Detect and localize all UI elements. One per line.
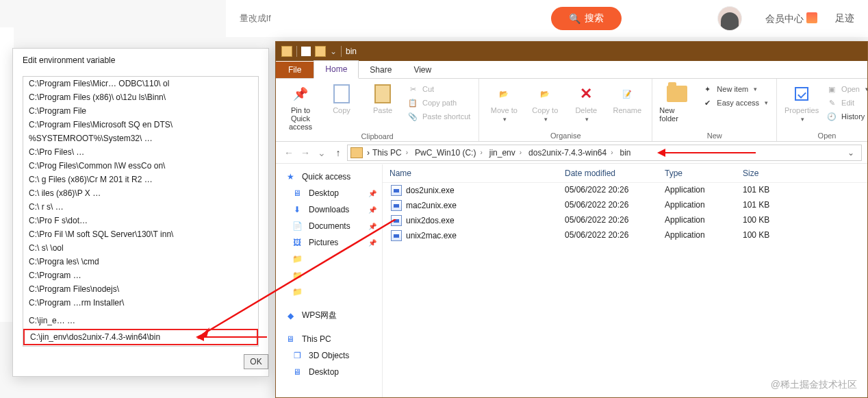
folder-icon	[350, 147, 363, 158]
nav-back-button[interactable]: ←	[281, 145, 296, 160]
nav-recent-button[interactable]: ⌄	[314, 145, 329, 160]
crumb-drive[interactable]: PwC_Win10 (C:)›	[413, 148, 487, 158]
pin-icon: 📌	[368, 190, 376, 197]
col-size[interactable]: Size	[739, 169, 793, 178]
explorer-sidebar: ★Quick access 🖥Desktop📌 ⬇Downloads📌 📄Doc…	[276, 164, 383, 397]
sidebar-desktop[interactable]: 🖥Desktop📌	[276, 185, 382, 201]
sidebar-folder[interactable]: 📁	[276, 251, 382, 267]
copypath-button[interactable]: 📋Copy path	[406, 97, 472, 109]
newfolder-button[interactable]: New folder	[659, 83, 695, 123]
env-list[interactable]: C:\Program Files\Micr… ODBC\110\ ol C:\P…	[23, 76, 259, 347]
col-name[interactable]: Name	[385, 169, 561, 178]
checkbox-icon[interactable]	[301, 47, 311, 56]
rename-button[interactable]: 📝Rename	[609, 83, 645, 114]
history-icon: 🕘	[826, 111, 837, 122]
crumb-dos2unix[interactable]: dos2unix-7.4.3-win64›	[527, 148, 617, 158]
properties-button[interactable]: Properties▾	[784, 83, 819, 123]
env-entry[interactable]: C:\Prog Files\Common l\W essCo on\	[23, 159, 258, 173]
newfolder-icon	[666, 83, 688, 105]
search-label: 搜索	[585, 12, 604, 25]
env-entry[interactable]: %SYSTEMROOT%\System32\ …	[23, 132, 258, 145]
edit-button[interactable]: ✎Edit	[825, 97, 868, 109]
pin-quickaccess-button[interactable]: 📌 Pin to Quick access	[283, 83, 318, 131]
crumb-bin[interactable]: bin	[619, 148, 633, 158]
file-row[interactable]: unix2mac.exe 05/06/2022 20:26 Applicatio…	[383, 228, 867, 243]
crumb-thispc[interactable]: This PC›	[371, 148, 412, 158]
titlebar-dropdown-icon[interactable]: ⌄	[330, 47, 337, 56]
env-entry[interactable]: C:\Program File	[23, 104, 258, 118]
sidebar-quickaccess[interactable]: ★Quick access	[276, 169, 382, 185]
copyto-button[interactable]: 📂Copy to▾	[527, 83, 563, 123]
env-entry[interactable]: C:\Program …rm Installer\	[23, 296, 258, 310]
sidebar-wps[interactable]: ◆WPS网盘	[276, 307, 382, 324]
sidebar-3dobjects[interactable]: ❒3D Objects	[276, 347, 382, 364]
newitem-button[interactable]: ✦New item▾	[700, 83, 769, 95]
topnav-links: 会员中心 足迹	[765, 12, 854, 25]
moveto-button[interactable]: 📂Move to▾	[486, 83, 522, 123]
env-entry[interactable]: C:\ s\ \ool	[23, 241, 258, 255]
gift-icon	[806, 12, 817, 23]
sidebar-folder[interactable]: 📁	[276, 267, 382, 284]
folder-icon	[281, 46, 292, 57]
env-entry[interactable]: C:\Program Files (x86)\ o\12u ls\Binn\	[23, 90, 258, 104]
history-button[interactable]: 🕘History	[825, 110, 868, 123]
copy-button[interactable]: Copy	[324, 83, 359, 114]
explorer-titlebar[interactable]: ⌄ bin	[276, 42, 867, 61]
env-entry[interactable]: C:\Progra les\ \cmd	[23, 255, 258, 269]
paste-button[interactable]: Paste	[365, 83, 400, 114]
col-date[interactable]: Date modified	[561, 169, 661, 178]
copypath-icon: 📋	[407, 97, 418, 108]
env-entry[interactable]: C:\Program Files\Microsoft SQ en DTS\	[23, 118, 258, 132]
easyaccess-button[interactable]: ✔Easy access▾	[700, 97, 769, 109]
file-row[interactable]: unix2dos.exe 05/06/2022 20:26 Applicatio…	[383, 213, 867, 228]
group-label: Organise	[486, 130, 645, 140]
env-entry-highlighted[interactable]: C:\jin_env\dos2unix-7.4.3-win64\bin	[23, 329, 258, 345]
breadcrumb-expand-icon[interactable]: ⌄	[843, 148, 858, 158]
group-label: Open	[784, 130, 868, 140]
file-row[interactable]: mac2unix.exe 05/06/2022 20:26 Applicatio…	[383, 198, 867, 213]
trace-link[interactable]: 足迹	[835, 12, 854, 25]
avatar[interactable]	[717, 6, 742, 31]
tab-view[interactable]: View	[403, 62, 442, 78]
sidebar-documents[interactable]: 📄Documents📌	[276, 218, 382, 234]
folder-icon	[315, 46, 326, 57]
file-pane[interactable]: Name Date modified Type Size dos2unix.ex…	[383, 164, 867, 397]
file-row[interactable]: dos2unix.exe 05/06/2022 20:26 Applicatio…	[383, 183, 867, 198]
env-entry[interactable]: C:\ r s\ …	[23, 200, 258, 214]
sidebar-thispc[interactable]: 🖥This PC	[276, 331, 382, 347]
sidebar-downloads[interactable]: ⬇Downloads📌	[276, 201, 382, 218]
open-icon: ▣	[826, 84, 837, 95]
open-button[interactable]: ▣Open▾	[825, 83, 868, 95]
sidebar-folder[interactable]: 📁	[276, 284, 382, 300]
pasteshortcut-button[interactable]: 📎Paste shortcut	[406, 110, 472, 123]
env-entry[interactable]: C:\Pro Files\ …	[23, 145, 258, 159]
cut-button[interactable]: ✂Cut	[406, 83, 472, 95]
env-entry[interactable]: C:\ iles (x86)\P X …	[23, 186, 258, 200]
delete-button[interactable]: ✕Delete▾	[568, 83, 604, 123]
tab-home[interactable]: Home	[314, 60, 359, 79]
search-button[interactable]: 🔍 搜索	[551, 7, 622, 30]
chevron-right-icon[interactable]: ›	[367, 148, 370, 158]
env-entry[interactable]: C:\jin_e… …	[23, 314, 258, 327]
sidebar-pictures[interactable]: 🖼Pictures📌	[276, 234, 382, 251]
env-entry[interactable]: C:\Program Files\nodejs\	[23, 282, 258, 296]
nav-up-button[interactable]: ↑	[331, 145, 346, 160]
tab-file[interactable]: File	[276, 62, 314, 78]
env-entry[interactable]: C:\Pro Fil \M soft SQL Server\130\T inn\	[23, 227, 258, 241]
breadcrumb[interactable]: › This PC› PwC_Win10 (C:)› jin_env› dos2…	[347, 145, 862, 161]
column-headers[interactable]: Name Date modified Type Size	[383, 164, 867, 183]
env-entry[interactable]: C:\Program …	[23, 269, 258, 282]
tab-share[interactable]: Share	[359, 62, 403, 78]
env-entry[interactable]: C:\ g Files (x86)\Cr M 201 it R2 …	[23, 173, 258, 186]
moveto-icon: 📂	[493, 83, 515, 105]
col-type[interactable]: Type	[661, 169, 739, 178]
env-entry[interactable]: C:\Pro F s\dot…	[23, 214, 258, 227]
desktop-icon: 🖥	[291, 188, 303, 199]
ok-button[interactable]: OK	[244, 354, 268, 369]
crumb-jinenv[interactable]: jin_env›	[488, 148, 526, 158]
dialog-title: Edit environment variable	[13, 49, 268, 76]
env-entry[interactable]: C:\Program Files\Micr… ODBC\110\ ol	[23, 77, 258, 90]
member-link[interactable]: 会员中心	[765, 12, 817, 25]
sidebar-desktop2[interactable]: 🖥Desktop	[276, 364, 382, 380]
nav-forward-button[interactable]: →	[298, 145, 313, 160]
